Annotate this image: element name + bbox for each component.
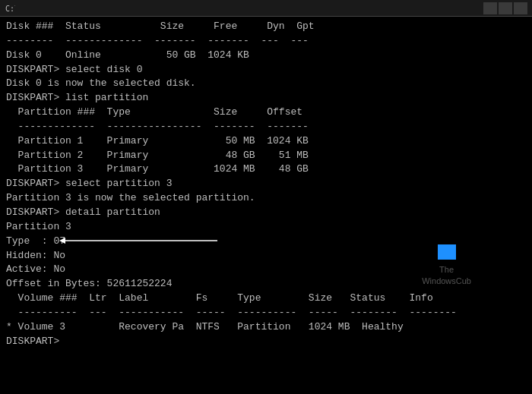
console-line: DISKPART>	[6, 335, 526, 349]
svg-text:C:\: C:\	[5, 5, 15, 13]
console-line: Type : 07	[6, 235, 526, 249]
console-line: Partition 2 Primary 48 GB 51 MB	[6, 149, 526, 163]
console-line: DISKPART> select disk 0	[6, 63, 526, 77]
console-line: ------------- ---------------- ------- -…	[6, 120, 526, 134]
console-line: Hidden: No	[6, 249, 526, 263]
maximize-button[interactable]	[499, 2, 512, 14]
console-line: Offset in Bytes: 52611252224	[6, 277, 526, 292]
console-line: Active: No	[6, 263, 526, 277]
cmd-icon: C:\	[5, 3, 15, 14]
svg-marker-3	[59, 238, 65, 244]
type-arrow	[65, 236, 225, 245]
console-line: Volume ### Ltr Label Fs Type Size Status…	[6, 292, 526, 306]
console-line: Partition 3	[6, 220, 526, 235]
console-output[interactable]: Disk ### Status Size Free Dyn Gpt-------…	[0, 17, 532, 394]
console-line: DISKPART> detail partition	[6, 206, 526, 220]
console-line: Partition 3 Primary 1024 MB 48 GB	[6, 162, 526, 177]
window-controls	[483, 2, 527, 14]
console-line: Partition ### Type Size Offset	[6, 106, 526, 120]
console-line: Partition 3 is now the selected partitio…	[6, 191, 526, 206]
title-bar: C:\	[0, 0, 532, 17]
console-line: Disk ### Status Size Free Dyn Gpt	[6, 20, 526, 34]
console-line: * Volume 3 Recovery Pa NTFS Partition 10…	[6, 320, 526, 335]
console-line: Disk 0 Online 50 GB 1024 KB	[6, 49, 526, 63]
console-line: Partition 1 Primary 50 MB 1024 KB	[6, 134, 526, 149]
console-wrapper: Disk ### Status Size Free Dyn Gpt-------…	[0, 17, 532, 394]
minimize-button[interactable]	[483, 2, 497, 14]
console-line: DISKPART> list partition	[6, 91, 526, 106]
console-line: -------- ------------- ------- ------- -…	[6, 34, 526, 49]
console-line: ---------- --- ----------- ----- -------…	[6, 306, 526, 320]
console-line: Disk 0 is now the selected disk.	[6, 77, 526, 91]
close-button[interactable]	[514, 2, 527, 14]
console-line: DISKPART> select partition 3	[6, 177, 526, 191]
